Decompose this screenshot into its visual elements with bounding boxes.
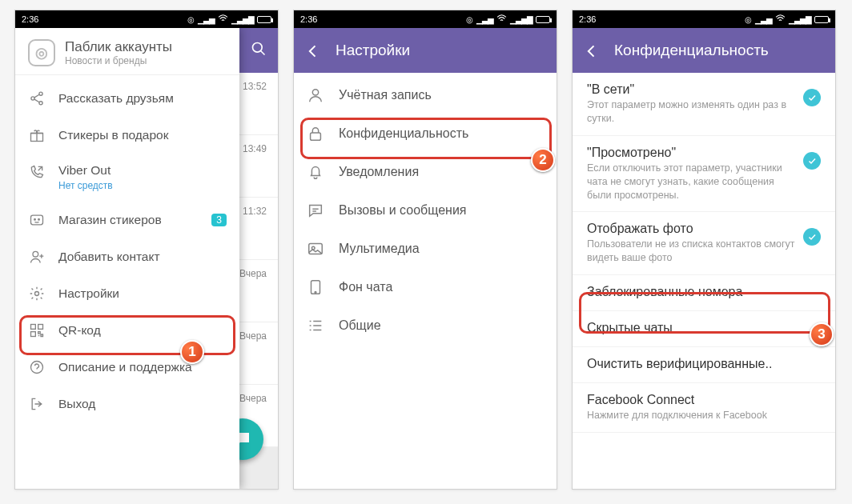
statusbar-icons: ◎ ▁▃▅ ▁▃▅▇ (187, 14, 271, 24)
chat-time: 11:32 (243, 206, 267, 217)
settings-list: Учётная запись Конфиденциальность Уведом… (294, 73, 557, 348)
wifi-icon (496, 14, 507, 24)
drawer-item-settings[interactable]: Настройки (15, 275, 239, 312)
settings-item-label: Мультимедиа (339, 242, 544, 256)
privacy-row-title: Facebook Connect (587, 393, 821, 407)
svg-point-7 (38, 218, 40, 220)
settings-item-calls-messages[interactable]: Вызовы и сообщения (294, 191, 557, 230)
drawer-item-gift-stickers[interactable]: Стикеры в подарок (15, 117, 239, 154)
privacy-row-desc: Пользователи не из списка контактов смог… (587, 238, 795, 265)
drawer-subtitle: Новости и бренды (65, 55, 172, 66)
header-title: Настройки (336, 42, 410, 59)
settings-item-account[interactable]: Учётная запись (294, 76, 557, 114)
statusbar-icons: ◎ ▁▃▅ ▁▃▅▇ (745, 14, 829, 24)
drawer-item-share[interactable]: Рассказать друзьям (15, 80, 239, 117)
settings-item-label: Уведомления (339, 165, 544, 179)
location-icon: ◎ (745, 15, 752, 24)
wallpaper-icon (307, 278, 324, 296)
cell-icon: ▁▃▅▇ (789, 15, 811, 24)
user-icon (307, 86, 324, 104)
sticker-badge: 3 (211, 214, 227, 226)
bell-icon (307, 163, 324, 181)
chat-icon (307, 202, 324, 219)
statusbar: 2:36 ◎ ▁▃▅ ▁▃▅▇ (573, 10, 835, 28)
privacy-row-desc: Этот параметр можно изменять один раз в … (587, 98, 795, 126)
privacy-row-seen[interactable]: "Просмотрено" Если отключить этот параме… (573, 136, 835, 213)
svg-point-9 (35, 292, 39, 296)
cell-icon: ▁▃▅▇ (510, 15, 532, 24)
privacy-row-desc: Нажмите для подключения к Facebook (587, 409, 821, 422)
settings-item-media[interactable]: Мультимедиа (294, 230, 557, 268)
privacy-row-blocked-numbers[interactable]: Заблокированные номера (573, 275, 835, 311)
statusbar-time: 2:36 (300, 14, 317, 24)
wifi-icon (218, 14, 228, 24)
toggle-check-icon[interactable] (803, 152, 821, 170)
privacy-row-desc: Если отключить этот параметр, участники … (587, 162, 795, 202)
settings-item-general[interactable]: Общие (294, 306, 557, 345)
privacy-list: "В сети" Этот параметр можно изменять од… (573, 73, 835, 433)
search-icon[interactable] (251, 41, 267, 60)
privacy-row-title: Отображать фото (587, 222, 795, 236)
drawer-item-label: Выход (58, 397, 227, 411)
statusbar: 2:36 ◎ ▁▃▅ ▁▃▅▇ (294, 10, 557, 28)
settings-item-privacy[interactable]: Конфиденциальность (294, 114, 557, 153)
image-icon (307, 240, 324, 258)
svg-rect-12 (31, 332, 36, 337)
drawer-item-qr[interactable]: QR-код (15, 312, 239, 349)
svg-rect-11 (38, 325, 43, 330)
drawer-title: Паблик аккаунты (65, 39, 172, 55)
settings-item-label: Фон чата (339, 280, 544, 294)
drawer-item-support[interactable]: Описание и поддержка (15, 349, 239, 386)
drawer-item-exit[interactable]: Выход (15, 386, 239, 422)
svg-point-0 (253, 43, 263, 53)
drawer-item-viber-out[interactable]: Viber Out Нет средств (15, 154, 239, 202)
svg-point-6 (34, 218, 36, 220)
drawer-item-label: Описание и поддержка (58, 360, 227, 374)
lock-icon (307, 125, 324, 142)
signal-icon: ▁▃▅ (755, 15, 772, 24)
privacy-row-facebook[interactable]: Facebook Connect Нажмите для подключения… (573, 383, 835, 433)
privacy-row-title: Скрытые чаты (587, 321, 821, 335)
qr-icon (28, 322, 46, 339)
back-button[interactable] (305, 43, 320, 58)
battery-icon (536, 16, 550, 23)
location-icon: ◎ (187, 15, 195, 24)
svg-rect-15 (311, 133, 321, 140)
phone-screen-2: 2:36 ◎ ▁▃▅ ▁▃▅▇ Настройки Учётная запись… (293, 10, 557, 490)
svg-point-19 (315, 292, 316, 294)
back-button[interactable] (584, 43, 598, 58)
chat-time: Вчера (239, 393, 267, 404)
phone-screen-1: 2:36 ◎ ▁▃▅ ▁▃▅▇ овы 13:52 13:49 11:32 Вч… (14, 10, 279, 490)
toggle-check-icon[interactable] (803, 228, 821, 246)
drawer-header[interactable]: ◎ Паблик аккаунты Новости и бренды (15, 28, 239, 75)
exit-icon (28, 395, 46, 413)
viber-out-balance: Нет средств (58, 180, 113, 191)
settings-item-chat-background[interactable]: Фон чата (294, 268, 557, 306)
privacy-row-title: Заблокированные номера (587, 285, 821, 299)
drawer-item-label: QR-код (58, 323, 227, 338)
svg-rect-5 (31, 215, 43, 225)
drawer-item-label: Стикеры в подарок (58, 128, 227, 142)
toggle-check-icon[interactable] (803, 89, 821, 106)
sticker-icon (28, 211, 46, 229)
gear-icon (28, 285, 46, 302)
privacy-row-hidden-chats[interactable]: Скрытые чаты (573, 311, 835, 347)
location-icon: ◎ (466, 15, 473, 24)
privacy-row-clear-verified[interactable]: Очистить верифицированные.. (573, 347, 835, 383)
share-icon (28, 90, 46, 107)
public-accounts-icon: ◎ (28, 39, 55, 66)
navigation-drawer: ◎ Паблик аккаунты Новости и бренды Расск… (15, 28, 239, 489)
support-icon (28, 358, 46, 376)
statusbar-time: 2:36 (579, 14, 596, 24)
svg-point-14 (312, 90, 318, 95)
cell-icon: ▁▃▅▇ (231, 15, 254, 24)
settings-item-label: Конфиденциальность (339, 126, 544, 141)
settings-item-notifications[interactable]: Уведомления (294, 153, 557, 191)
drawer-item-label: Настройки (58, 286, 227, 301)
privacy-row-online[interactable]: "В сети" Этот параметр можно изменять од… (573, 73, 835, 136)
drawer-item-add-contact[interactable]: Добавить контакт (15, 238, 239, 275)
drawer-item-sticker-market[interactable]: Магазин стикеров 3 (15, 202, 239, 238)
privacy-row-show-photo[interactable]: Отображать фото Пользователи не из списк… (573, 212, 835, 275)
wifi-icon (775, 14, 786, 24)
svg-rect-10 (31, 325, 36, 330)
